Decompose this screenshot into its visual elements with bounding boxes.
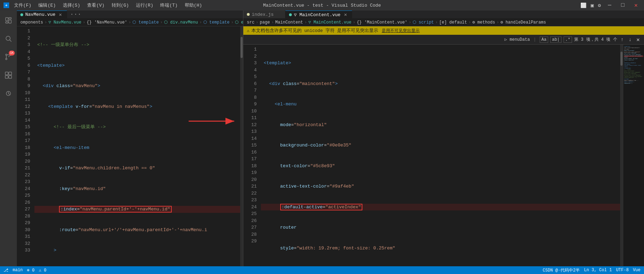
extensions-icon[interactable]: [0, 67, 17, 84]
indexjs-label: index.js: [252, 12, 274, 17]
status-bar-left: ⎇ main ⊗ 0 ⚠ 0: [4, 268, 46, 273]
find-label: ▷ menuData: [505, 37, 530, 42]
error-count[interactable]: ⊗ 0: [27, 268, 35, 273]
line-col[interactable]: Ln 3, Col 1: [584, 268, 612, 273]
close-button[interactable]: ✕: [631, 2, 640, 9]
breadcrumb-template2: ⬡ template: [203, 20, 230, 25]
encoding[interactable]: UTF-8: [616, 268, 629, 273]
title-bar-left: ❖ 文件(F) 编辑(E) 选择(S) 查看(V) 转到(G) 运行(R) 终端…: [4, 1, 204, 10]
left-tab-navmenu[interactable]: NavMenu.vue ✕: [17, 11, 67, 18]
menu-goto[interactable]: 转到(G): [110, 1, 131, 10]
menu-run[interactable]: 运行(R): [134, 1, 155, 10]
svg-rect-1: [9, 18, 11, 19]
right-editor-panel: index.js ▽ MainContent.vue ✕ src › page …: [243, 11, 644, 266]
svg-rect-10: [9, 72, 12, 75]
left-scrollbar[interactable]: [240, 26, 243, 266]
branch-name[interactable]: main: [13, 268, 23, 273]
find-separator: |: [533, 37, 536, 42]
breadcrumb-template: ⬡ template: [132, 20, 159, 25]
find-prev-button[interactable]: ↑: [619, 37, 625, 43]
explorer-icon[interactable]: [0, 12, 17, 29]
right-line-numbers: 123 456 789 101112 131415 161718 192021 …: [243, 45, 261, 266]
find-next-button[interactable]: ↓: [627, 37, 633, 43]
window-controls: ⬜ ▣ ⚙ — □ ✕: [580, 2, 640, 9]
svg-rect-0: [6, 18, 8, 21]
svg-point-6: [6, 54, 7, 56]
breadcrumb-navmenu-obj: {} 'NavMenu.vue': [87, 20, 127, 25]
bc-script: ⬡ script: [413, 20, 434, 25]
csdn-badge: CSDN @·代码中2半: [543, 267, 580, 273]
unicode-warning: ⚠ 本文档包含许多不可见的 unicode 字符 是用不可见突出显示 是用不可见…: [243, 26, 644, 35]
breadcrumb-el-menu-item: ⬡ el-menu-item: [235, 20, 243, 25]
main-layout: 1K NavMenu.vue ✕: [0, 11, 644, 266]
breadcrumb-div-navmenu: ⬡ div.navMenu: [164, 20, 198, 25]
maincontent-dot: [289, 13, 292, 16]
menu-edit[interactable]: 编辑(E): [36, 1, 58, 10]
bc-default: [e] default: [439, 20, 467, 25]
bc-src: src: [247, 20, 255, 25]
right-tab-indexjs[interactable]: index.js: [243, 11, 285, 18]
tab-more-button[interactable]: ···: [67, 11, 84, 18]
right-scrollbar[interactable]: [620, 45, 623, 266]
left-tab-bar: NavMenu.vue ✕ ···: [17, 11, 243, 19]
branch-icon: ⎇: [4, 268, 8, 273]
source-control-badge: 1K: [9, 51, 15, 56]
debug-icon[interactable]: [0, 85, 17, 102]
find-close-button[interactable]: ✕: [635, 36, 641, 43]
split-editor-icon[interactable]: ⬜: [580, 2, 586, 8]
right-breadcrumb: src › page › MainContent › ▽ MainContent…: [243, 19, 644, 26]
tab-modified-dot: [20, 13, 23, 16]
indexjs-dot: [247, 13, 250, 16]
menu-file[interactable]: 文件(F): [12, 1, 33, 10]
left-code-area[interactable]: 123 456 789 101112 131415 161718 192021 …: [17, 26, 243, 266]
menu-view[interactable]: 查看(V): [85, 1, 106, 10]
left-editor-panel: NavMenu.vue ✕ ··· omponents › ▽ NavMenu.…: [17, 11, 243, 266]
find-word-button[interactable]: ab|: [550, 37, 561, 43]
editors-area: NavMenu.vue ✕ ··· omponents › ▽ NavMenu.…: [17, 11, 644, 266]
bc-handledeal: ⚙ handleDealParams: [500, 20, 546, 25]
svg-rect-12: [9, 76, 12, 78]
svg-rect-3: [6, 22, 8, 23]
status-bar: ⎇ main ⊗ 0 ⚠ 0 CSDN @·代码中2半 Ln 3, Col 1 …: [0, 266, 644, 274]
find-result-text: 第 3 项，共 4 项 个: [574, 37, 617, 43]
right-tab-close[interactable]: ✕: [343, 11, 348, 18]
minimize-button[interactable]: —: [605, 2, 614, 8]
right-tab-maincontent[interactable]: ▽ MainContent.vue ✕: [285, 11, 352, 18]
menu-select[interactable]: 选择(S): [61, 1, 82, 10]
left-tab-close[interactable]: ✕: [58, 11, 63, 18]
left-tab-label: NavMenu.vue: [25, 12, 55, 17]
vscode-logo: ❖: [4, 2, 9, 8]
maximize-button[interactable]: □: [618, 2, 627, 8]
warning-icon: ⚠: [247, 28, 249, 33]
search-icon[interactable]: [0, 30, 17, 47]
bc-page: page: [260, 20, 270, 25]
left-code-content: <!-- 一级菜单分布 --> <template> <div class="n…: [34, 26, 240, 266]
bc-obj: {} 'MainContent.vue': [357, 20, 407, 25]
find-widget: ▷ menuData | Aa ab| .* 第 3 项，共 4 项 个 ↑ ↓…: [243, 35, 644, 45]
find-aa-button[interactable]: Aa: [540, 37, 548, 43]
right-tab-bar: index.js ▽ MainContent.vue ✕: [243, 11, 644, 19]
menu-terminal[interactable]: 终端(T): [158, 1, 179, 10]
right-minimap: <template> <div class="maincontent"> <el…: [623, 45, 644, 266]
status-bar-right: CSDN @·代码中2半 Ln 3, Col 1 UTF-8 Vue: [543, 267, 640, 273]
language-mode[interactable]: Vue: [633, 268, 640, 273]
svg-line-5: [10, 40, 12, 42]
settings-icon[interactable]: ⚙: [598, 2, 601, 8]
svg-rect-2: [9, 20, 11, 23]
menu-help[interactable]: 帮助(H): [183, 1, 204, 10]
find-regex-button[interactable]: .*: [564, 37, 572, 43]
right-code-content: <template> <div class="maincontent"> <el…: [261, 45, 620, 266]
bc-maincontent-file: ▽ MainContent.vue: [308, 20, 351, 25]
warning-link[interactable]: 是用不可见突出显示: [382, 28, 420, 34]
right-code-area[interactable]: 123 456 789 101112 131415 161718 192021 …: [243, 45, 623, 266]
source-control-icon[interactable]: 1K: [0, 48, 17, 65]
bc-methods: ⚙ methods: [472, 20, 495, 25]
warning-count[interactable]: ⚠ 0: [39, 268, 46, 273]
activity-bar: 1K: [0, 11, 17, 266]
svg-rect-9: [5, 72, 8, 75]
left-breadcrumb: omponents › ▽ NavMenu.vue › {} 'NavMenu.…: [17, 19, 243, 26]
maincontent-label: ▽ MainContent.vue: [294, 12, 341, 18]
layout-icon[interactable]: ▣: [591, 2, 593, 8]
window-title: MainContent.vue - test - Visual Studio C…: [263, 3, 381, 8]
svg-point-8: [6, 58, 7, 60]
